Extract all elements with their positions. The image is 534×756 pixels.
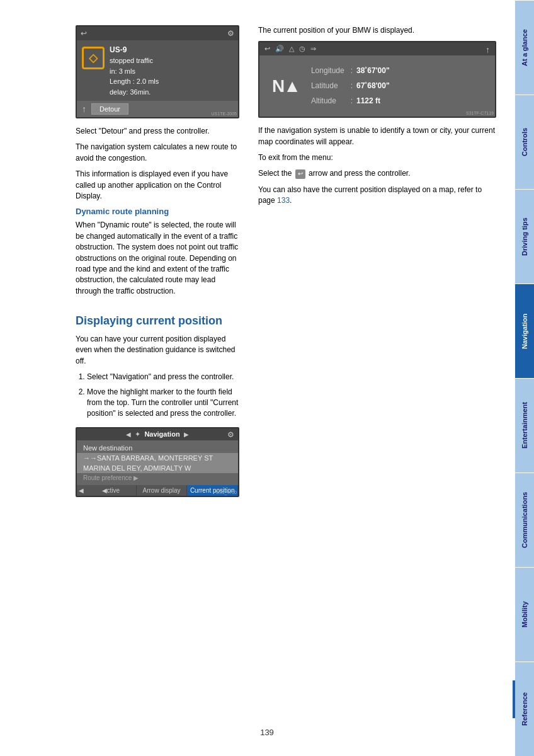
nav-route-preference: Route preference ▶: [77, 473, 238, 483]
sidebar-tab-entertainment[interactable]: Entertainment: [515, 378, 534, 472]
sidebar-tab-navigation[interactable]: Navigation: [515, 284, 534, 378]
gps-screen: ↩ 🔊 △ ◷ ⇒ ↑ N▲ Longitude : 38˚67'0: [258, 41, 496, 118]
step-1: Select "Navigation" and press the contro…: [87, 372, 239, 382]
speaker-icon: 🔊: [275, 45, 284, 53]
sidebar-tab-at-a-glance[interactable]: At a glance: [515, 0, 534, 94]
exit-instruction-text: Select the ↩ arrow and press the control…: [258, 168, 496, 179]
detour-screen: ↩ ⚙ ◇ US-9 stopped traffic in: 3 mls Len…: [76, 25, 239, 118]
page-133-link[interactable]: 133: [277, 196, 290, 205]
dynamic-route-body: When "Dynamic route" is selected, the ro…: [76, 220, 239, 297]
right-col-intro: The current position of your BMW is disp…: [258, 25, 496, 36]
nav-settings-icon: ⚙: [227, 430, 234, 439]
sidebar-tab-reference[interactable]: Reference: [515, 662, 534, 756]
nav-tab-active[interactable]: ◀ctive: [86, 485, 137, 496]
watermark: US1TE-2005: [212, 112, 237, 116]
nav-watermark: US1_4700: [216, 490, 237, 495]
arrow-up-icon: ↑: [82, 104, 86, 114]
nav-menu-icon: ✦: [135, 430, 140, 438]
nav-left-arrow: ◀: [126, 431, 131, 438]
settings-icon: ⚙: [227, 29, 234, 38]
back-gps-icon: ↩: [264, 45, 270, 53]
info-displayed-text: This information is displayed even if yo…: [76, 169, 239, 202]
nav-marina-del-rey: MARINA DEL REY, ADMIRALTY W: [77, 463, 238, 473]
warning-icon: ◇: [82, 47, 105, 69]
compass-display: N▲: [272, 76, 300, 96]
sidebar-tab-driving-tips[interactable]: Driving tips: [515, 189, 534, 284]
gps-watermark: S31TF-C7119: [466, 111, 494, 115]
gps-unable-text: If the navigation system is unable to id…: [258, 125, 496, 147]
map-reference-text: You can also have the current position d…: [258, 185, 496, 207]
page-number: 139: [260, 728, 274, 737]
detour-button[interactable]: Detour: [91, 103, 128, 115]
arrow-icon: ⇒: [310, 45, 316, 53]
select-detour-text: Select "Detour" and press the controller…: [76, 126, 239, 137]
triangle-icon: △: [289, 45, 294, 53]
sidebar-tab-mobility[interactable]: Mobility: [515, 567, 534, 662]
sidebar-tab-controls[interactable]: Controls: [515, 94, 534, 189]
nav-santa-barbara: →→SANTA BARBARA, MONTERREY ST: [77, 453, 238, 463]
calculates-text: The navigation system calculates a new r…: [76, 142, 239, 164]
gps-data: Longitude : 38˚67'00" Latitude : 67˚68'0…: [310, 63, 394, 109]
displaying-heading: Displaying current position: [76, 314, 496, 328]
dynamic-route-heading: Dynamic route planning: [76, 207, 239, 216]
back-arrow-icon: ↩: [295, 169, 305, 179]
steps-list: Select "Navigation" and press the contro…: [76, 372, 239, 420]
sidebar: At a glance Controls Driving tips Naviga…: [515, 0, 534, 756]
nav-up-arrow: ↑: [486, 45, 490, 55]
nav-screen-title: Navigation: [144, 430, 179, 438]
nav-screen: ◀ ✦ Navigation ▶ ⚙ New destination →→SAN…: [76, 427, 239, 497]
nav-right-arrow: ▶: [184, 431, 189, 438]
exit-menu-text: To exit from the menu:: [258, 152, 496, 163]
nav-new-destination: New destination: [77, 443, 238, 453]
sidebar-tab-communications[interactable]: Communications: [515, 472, 534, 567]
page-indicator: [513, 680, 515, 718]
step-2: Move the highlight marker to the fourth …: [87, 387, 239, 420]
traffic-info: US-9 stopped traffic in: 3 mls Length : …: [110, 44, 159, 97]
clock-icon: ◷: [299, 45, 305, 53]
nav-tab-arrow-display[interactable]: Arrow display: [137, 485, 188, 496]
displaying-body: You can have your current position displ…: [76, 334, 239, 367]
nav-tab-left: ◀: [77, 485, 86, 496]
back-icon: ↩: [81, 29, 87, 38]
